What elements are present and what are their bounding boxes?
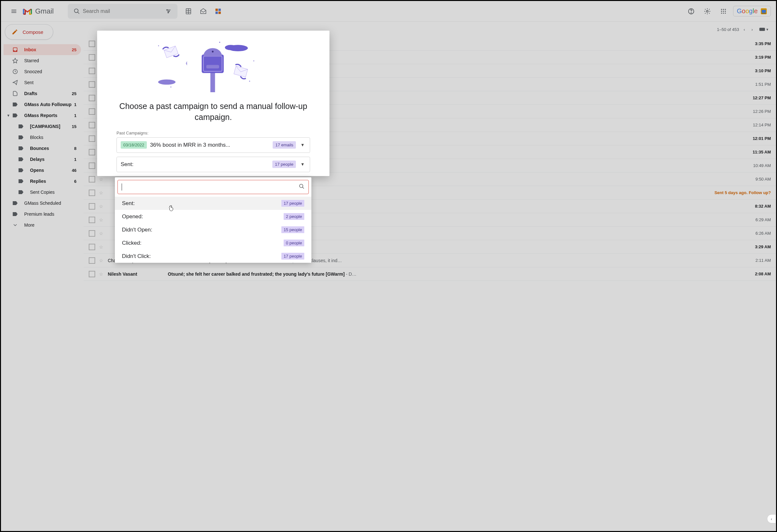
sidebar-item--campaigns-[interactable]: [CAMPAIGNS]15: [4, 121, 81, 132]
followup-hint[interactable]: Sent 5 days ago. Follow up?: [714, 190, 771, 195]
compose-button[interactable]: Compose: [5, 24, 53, 40]
mail-open-icon[interactable]: [197, 5, 210, 18]
nav-count: 1: [74, 157, 77, 162]
help-icon[interactable]: [685, 5, 698, 18]
sidebar-item-sent-copies[interactable]: Sent Copies: [4, 187, 81, 197]
filter-option-sent-[interactable]: Sent:17 people: [115, 197, 311, 210]
option-label: Sent:: [122, 200, 135, 207]
sidebar-item-snoozed[interactable]: Snoozed: [4, 66, 81, 77]
header-right: Google: [685, 5, 771, 18]
filter-dropdown[interactable]: Sent: 17 people ▼: [116, 157, 310, 172]
side-panel-toggle[interactable]: ‹: [767, 514, 776, 523]
input-tools-icon[interactable]: ▼: [757, 25, 771, 33]
star-icon[interactable]: ☆: [99, 244, 103, 250]
gmass-toolbar: [182, 5, 225, 18]
search-input[interactable]: [83, 8, 162, 14]
search-options-icon[interactable]: [162, 5, 174, 17]
sidebar-item-gmass-auto-followup[interactable]: GMass Auto Followup1: [4, 99, 81, 110]
checkbox[interactable]: [89, 176, 95, 182]
filter-option-opened-[interactable]: Opened:2 people: [115, 210, 311, 223]
sidebar-item-opens[interactable]: Opens46: [4, 165, 81, 176]
checkbox[interactable]: [89, 217, 95, 223]
grid-colored-icon[interactable]: [212, 5, 225, 18]
email-time: 2:11 AM: [745, 258, 771, 263]
checkbox[interactable]: [89, 271, 95, 277]
checkbox[interactable]: [89, 189, 95, 196]
next-page-button[interactable]: ›: [750, 25, 755, 34]
checkbox[interactable]: [89, 135, 95, 142]
checkbox[interactable]: [89, 257, 95, 264]
star-icon[interactable]: ☆: [99, 204, 103, 209]
star-icon[interactable]: ☆: [99, 177, 103, 182]
checkbox[interactable]: [89, 41, 95, 47]
star-icon[interactable]: ☆: [99, 217, 103, 223]
nav-label: Drafts: [24, 91, 37, 96]
checkbox[interactable]: [89, 162, 95, 169]
search-bar[interactable]: [68, 4, 178, 19]
star-icon[interactable]: ☆: [99, 231, 103, 236]
sidebar-item-gmass-reports[interactable]: ▼GMass Reports1: [4, 110, 81, 121]
checkbox[interactable]: [89, 108, 95, 115]
chevron-down-icon: ▼: [299, 142, 306, 147]
sidebar-item-bounces[interactable]: Bounces8: [4, 143, 81, 154]
option-count-pill: 0 people: [284, 240, 304, 246]
checkbox[interactable]: [89, 149, 95, 155]
nav-label: GMass Reports: [24, 113, 58, 118]
email-row[interactable]: ☆Nilesh VasantOtsuné; she felt her caree…: [84, 267, 776, 281]
nav-count: 25: [72, 91, 77, 96]
header: Gmail Google: [1, 1, 776, 22]
settings-icon[interactable]: [701, 5, 714, 18]
sidebar-item-premium-leads[interactable]: Premium leads: [4, 209, 81, 220]
nav-label: Sent Copies: [30, 189, 54, 195]
apps-grid-icon[interactable]: [717, 5, 730, 18]
checkbox[interactable]: [89, 203, 95, 210]
label-icon: [12, 102, 18, 107]
email-time: 10:49 AM: [745, 163, 771, 168]
email-subject: Otsuné; she felt her career balked and f…: [168, 271, 745, 277]
star-icon[interactable]: ☆: [99, 258, 103, 263]
filter-option-clicked-[interactable]: Clicked:0 people: [115, 236, 311, 250]
nav-label: GMass Auto Followup: [24, 102, 71, 107]
filter-dropdown-list: Sent:17 peopleOpened:2 peopleDidn't Open…: [115, 177, 311, 263]
email-time: 3:35 PM: [745, 41, 771, 46]
sidebar-item-starred[interactable]: Starred: [4, 55, 81, 66]
checkbox[interactable]: [89, 95, 95, 101]
svg-rect-6: [218, 8, 221, 11]
avatar-icon: [760, 8, 767, 15]
checkbox[interactable]: [89, 230, 95, 237]
star-icon[interactable]: ☆: [99, 271, 103, 277]
pencil-icon: [12, 29, 18, 35]
campaign-count-pill: 17 emails: [273, 141, 296, 149]
filter-option-didn-t-click-[interactable]: Didn't Click:17 people: [115, 250, 311, 263]
sidebar-item-blocks[interactable]: Blocks: [4, 132, 81, 143]
sidebar-item-drafts[interactable]: Drafts25: [4, 88, 81, 99]
sidebar-item-more[interactable]: More: [4, 220, 81, 231]
svg-point-36: [300, 184, 303, 188]
sidebar-item-sent[interactable]: Sent: [4, 77, 81, 88]
spreadsheet-icon[interactable]: [182, 5, 195, 18]
sidebar-item-gmass-scheduled[interactable]: GMass Scheduled: [4, 197, 81, 209]
dropdown-search[interactable]: [117, 180, 309, 194]
filter-option-didn-t-open-[interactable]: Didn't Open:15 people: [115, 223, 311, 236]
sidebar-item-inbox[interactable]: Inbox25: [4, 44, 81, 55]
prev-page-button[interactable]: ‹: [742, 25, 747, 34]
sidebar-item-delays[interactable]: Delays1: [4, 154, 81, 165]
checkbox[interactable]: [89, 68, 95, 74]
option-label: Didn't Open:: [122, 227, 152, 233]
checkbox[interactable]: [89, 122, 95, 128]
label-icon: [12, 212, 18, 217]
nav-count: 1: [74, 113, 77, 118]
email-time: 12:14 PM: [745, 123, 771, 127]
campaign-dropdown[interactable]: 03/18/2022 36% boost in MRR in 3 months.…: [116, 137, 310, 153]
sidebar-item-replies[interactable]: Replies6: [4, 176, 81, 187]
search-icon[interactable]: [71, 5, 83, 17]
gmail-logo[interactable]: Gmail: [23, 7, 53, 15]
main-menu-button[interactable]: [6, 4, 22, 19]
checkbox[interactable]: [89, 244, 95, 250]
checkbox[interactable]: [89, 54, 95, 60]
gmail-logo-text: Gmail: [35, 7, 53, 15]
google-account-widget[interactable]: Google: [733, 6, 771, 16]
svg-rect-32: [202, 54, 224, 73]
checkbox[interactable]: [89, 81, 95, 88]
star-icon[interactable]: ☆: [99, 190, 103, 195]
